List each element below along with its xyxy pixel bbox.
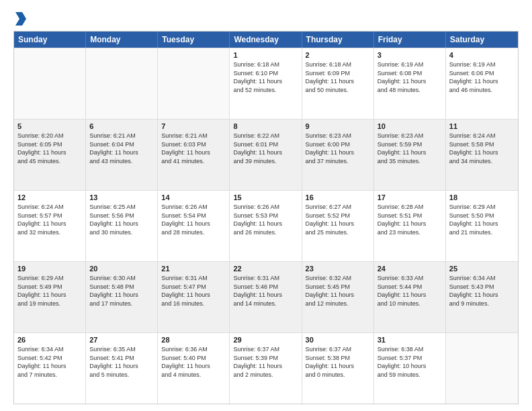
day-number: 13 xyxy=(89,193,154,201)
day-number: 27 xyxy=(89,336,154,344)
logo-icon xyxy=(15,12,26,26)
cell-line: Daylight: 11 hours xyxy=(17,148,82,157)
calendar-cell: 1Sunrise: 6:18 AMSunset: 6:10 PMDaylight… xyxy=(230,48,302,119)
calendar-cell: 19Sunrise: 6:29 AMSunset: 5:49 PMDayligh… xyxy=(14,262,86,332)
calendar-cell: 9Sunrise: 6:23 AMSunset: 6:00 PMDaylight… xyxy=(302,120,374,190)
cell-line: Sunset: 5:46 PM xyxy=(233,283,298,291)
cell-line: Daylight: 11 hours xyxy=(378,148,442,157)
header xyxy=(13,12,519,24)
cell-line: Sunset: 5:52 PM xyxy=(306,212,370,220)
calendar-cell: 25Sunrise: 6:34 AMSunset: 5:43 PMDayligh… xyxy=(446,262,518,332)
day-number: 18 xyxy=(449,193,515,201)
cell-line: Sunset: 6:04 PM xyxy=(89,140,154,149)
calendar-cell xyxy=(86,48,158,119)
cell-line: and 37 minutes. xyxy=(306,157,370,166)
calendar-cell: 6Sunrise: 6:21 AMSunset: 6:04 PMDaylight… xyxy=(86,120,158,190)
cell-line: Sunrise: 6:26 AM xyxy=(233,203,298,212)
page: SundayMondayTuesdayWednesdayThursdayFrid… xyxy=(0,0,532,411)
day-number: 31 xyxy=(378,336,442,344)
cell-line: Sunset: 5:45 PM xyxy=(306,283,370,291)
calendar-cell xyxy=(446,333,518,404)
cell-line: Sunset: 5:42 PM xyxy=(17,354,82,363)
cell-line: Daylight: 11 hours xyxy=(161,220,226,228)
cell-line: Daylight: 11 hours xyxy=(306,220,370,228)
cell-line: and 7 minutes. xyxy=(17,371,82,379)
cell-line: Sunset: 5:57 PM xyxy=(17,212,82,220)
calendar-cell: 31Sunrise: 6:38 AMSunset: 5:37 PMDayligh… xyxy=(374,333,446,404)
cell-line: and 45 minutes. xyxy=(17,157,82,166)
cell-line: Sunset: 5:51 PM xyxy=(378,212,442,220)
cell-line: and 12 minutes. xyxy=(306,300,370,308)
cell-line: Sunrise: 6:26 AM xyxy=(161,203,226,212)
calendar-cell: 10Sunrise: 6:23 AMSunset: 5:59 PMDayligh… xyxy=(374,120,446,190)
cell-line: Sunset: 6:09 PM xyxy=(306,69,370,78)
cell-line: Daylight: 11 hours xyxy=(89,220,154,228)
cell-line: Daylight: 11 hours xyxy=(161,291,226,300)
calendar-cell: 13Sunrise: 6:25 AMSunset: 5:56 PMDayligh… xyxy=(86,191,158,261)
cell-line: and 32 minutes. xyxy=(17,228,82,237)
cell-line: Daylight: 11 hours xyxy=(233,148,298,157)
cell-line: Sunset: 6:06 PM xyxy=(449,69,515,78)
cell-line: Daylight: 10 hours xyxy=(378,362,442,371)
day-number: 12 xyxy=(17,193,82,201)
calendar-row: 12Sunrise: 6:24 AMSunset: 5:57 PMDayligh… xyxy=(14,190,518,261)
calendar-cell: 29Sunrise: 6:37 AMSunset: 5:39 PMDayligh… xyxy=(230,333,302,404)
calendar-cell: 3Sunrise: 6:19 AMSunset: 6:08 PMDaylight… xyxy=(374,48,446,119)
cell-line: Daylight: 11 hours xyxy=(449,148,515,157)
calendar: SundayMondayTuesdayWednesdayThursdayFrid… xyxy=(13,31,519,404)
cell-line: Sunrise: 6:30 AM xyxy=(89,274,154,283)
day-number: 29 xyxy=(233,336,298,344)
day-number: 14 xyxy=(161,193,226,201)
day-number: 23 xyxy=(306,265,370,273)
calendar-cell: 23Sunrise: 6:32 AMSunset: 5:45 PMDayligh… xyxy=(302,262,374,332)
day-number: 20 xyxy=(89,265,154,273)
header-cell-sunday: Sunday xyxy=(14,32,86,48)
cell-line: Daylight: 11 hours xyxy=(17,362,82,371)
calendar-cell: 14Sunrise: 6:26 AMSunset: 5:54 PMDayligh… xyxy=(158,191,230,261)
cell-line: Daylight: 11 hours xyxy=(378,77,442,86)
calendar-body: 1Sunrise: 6:18 AMSunset: 6:10 PMDaylight… xyxy=(14,48,518,404)
day-number: 11 xyxy=(449,122,515,130)
cell-line: Sunset: 5:53 PM xyxy=(233,212,298,220)
cell-line: and 52 minutes. xyxy=(233,86,298,95)
cell-line: and 35 minutes. xyxy=(378,157,442,166)
cell-line: and 50 minutes. xyxy=(306,86,370,95)
cell-line: Daylight: 11 hours xyxy=(89,291,154,300)
cell-line: Sunrise: 6:24 AM xyxy=(17,203,82,212)
cell-line: and 17 minutes. xyxy=(89,300,154,308)
day-number: 28 xyxy=(161,336,226,344)
cell-line: Sunrise: 6:29 AM xyxy=(449,203,515,212)
cell-line: Daylight: 11 hours xyxy=(17,220,82,228)
svg-marker-0 xyxy=(15,12,26,26)
cell-line: Daylight: 11 hours xyxy=(161,362,226,371)
calendar-cell: 4Sunrise: 6:19 AMSunset: 6:06 PMDaylight… xyxy=(446,48,518,119)
cell-line: Daylight: 11 hours xyxy=(306,362,370,371)
calendar-cell: 21Sunrise: 6:31 AMSunset: 5:47 PMDayligh… xyxy=(158,262,230,332)
calendar-cell: 22Sunrise: 6:31 AMSunset: 5:46 PMDayligh… xyxy=(230,262,302,332)
cell-line: and 23 minutes. xyxy=(378,228,442,237)
cell-line: Sunset: 6:10 PM xyxy=(233,69,298,78)
cell-line: Sunrise: 6:21 AM xyxy=(161,132,226,140)
cell-line: Sunset: 6:03 PM xyxy=(161,140,226,149)
calendar-cell: 27Sunrise: 6:35 AMSunset: 5:41 PMDayligh… xyxy=(86,333,158,404)
cell-line: Sunrise: 6:37 AM xyxy=(306,345,370,354)
header-cell-monday: Monday xyxy=(86,32,158,48)
cell-line: Sunset: 6:08 PM xyxy=(378,69,442,78)
cell-line: and 34 minutes. xyxy=(449,157,515,166)
calendar-row: 19Sunrise: 6:29 AMSunset: 5:49 PMDayligh… xyxy=(14,261,518,332)
cell-line: and 28 minutes. xyxy=(161,228,226,237)
day-number: 19 xyxy=(17,265,82,273)
header-cell-tuesday: Tuesday xyxy=(158,32,230,48)
cell-line: and 48 minutes. xyxy=(378,86,442,95)
calendar-row: 5Sunrise: 6:20 AMSunset: 6:05 PMDaylight… xyxy=(14,119,518,190)
cell-line: Sunrise: 6:37 AM xyxy=(233,345,298,354)
day-number: 30 xyxy=(306,336,370,344)
day-number: 17 xyxy=(378,193,442,201)
calendar-header: SundayMondayTuesdayWednesdayThursdayFrid… xyxy=(14,32,518,48)
cell-line: Sunrise: 6:19 AM xyxy=(378,60,442,69)
day-number: 15 xyxy=(233,193,298,201)
calendar-cell: 11Sunrise: 6:24 AMSunset: 5:58 PMDayligh… xyxy=(446,120,518,190)
day-number: 4 xyxy=(449,51,515,59)
cell-line: Sunset: 5:56 PM xyxy=(89,212,154,220)
calendar-row: 1Sunrise: 6:18 AMSunset: 6:10 PMDaylight… xyxy=(14,48,518,119)
